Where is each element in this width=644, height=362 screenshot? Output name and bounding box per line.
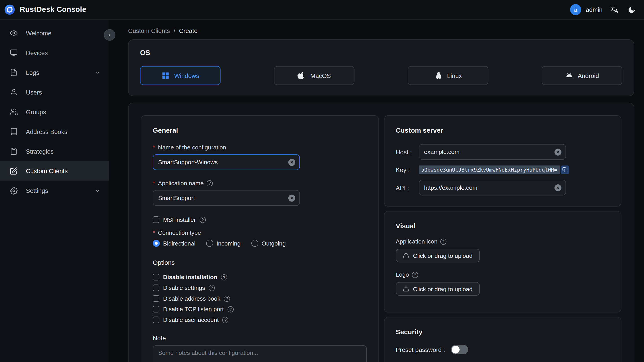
chevron-down-icon (94, 188, 100, 194)
linux-icon (434, 72, 442, 80)
brand: RustDesk Console (4, 4, 86, 15)
help-icon[interactable]: ? (209, 285, 215, 291)
preset-password-toggle[interactable] (451, 345, 468, 354)
sidebar-item-label: Custom Clients (26, 167, 68, 174)
options-title: Options (153, 259, 366, 266)
os-button-linux[interactable]: Linux (408, 66, 488, 85)
toggle-knob (452, 346, 459, 354)
required-asterisk: * (153, 144, 155, 150)
clear-icon[interactable]: ✕ (288, 158, 295, 166)
help-icon[interactable]: ? (440, 238, 446, 244)
api-input[interactable] (424, 184, 552, 191)
visual-title: Visual (396, 222, 610, 230)
help-icon[interactable]: ? (221, 274, 227, 280)
eye-icon (10, 29, 18, 37)
main-content: Custom Clients / Create OS Windows MacOS (109, 20, 644, 362)
msi-installer-checkbox[interactable] (153, 216, 159, 223)
help-icon[interactable]: ? (206, 180, 213, 186)
logo-upload-button[interactable]: Click or drag to upload (396, 282, 480, 296)
sidebar-item-users[interactable]: Users (0, 82, 109, 102)
radio-icon[interactable] (153, 240, 160, 247)
avatar[interactable]: a (570, 4, 581, 15)
sidebar-item-label: Welcome (26, 29, 51, 36)
application-name-input-wrapper: ✕ (153, 190, 300, 206)
radio-icon[interactable] (251, 240, 258, 247)
sidebar-item-logs[interactable]: Logs (0, 62, 109, 82)
sidebar-item-welcome[interactable]: Welcome (0, 23, 109, 43)
username[interactable]: admin (586, 6, 602, 13)
checkbox[interactable] (153, 306, 159, 312)
sidebar-collapse-button[interactable] (104, 29, 116, 40)
name-label: * Name of the configuration (153, 144, 366, 150)
help-icon[interactable]: ? (224, 296, 230, 302)
user-icon (10, 88, 18, 96)
help-icon[interactable]: ? (412, 272, 418, 278)
security-title: Security (396, 328, 610, 336)
preset-password-row: Preset password : (396, 345, 610, 354)
required-asterisk: * (153, 180, 155, 186)
copy-icon[interactable] (560, 166, 569, 174)
radio-bidirectional[interactable]: Bidirectional (153, 240, 196, 247)
note-label: Note (153, 335, 366, 342)
sidebar-item-label: Groups (26, 108, 46, 115)
dark-mode-moon-icon[interactable] (627, 5, 636, 14)
clear-icon[interactable]: ✕ (554, 184, 561, 191)
sidebar-item-strategies[interactable]: Strategies (0, 141, 109, 161)
help-icon[interactable]: ? (222, 317, 228, 323)
option-disable-tcp-listen-port[interactable]: Disable TCP listen port ? (153, 306, 366, 312)
logo-label: Logo ? (396, 272, 610, 278)
sidebar-item-settings[interactable]: Settings (0, 180, 109, 200)
help-icon[interactable]: ? (228, 306, 234, 312)
rustdesk-logo-icon (4, 4, 15, 15)
radio-icon[interactable] (206, 240, 213, 247)
key-row: Key : 5Qbwsde3unUcJBtrx9ZkvUmwFNoExHzpry… (396, 166, 610, 174)
option-disable-installation[interactable]: Disable installation ? (153, 274, 366, 280)
android-icon (565, 72, 573, 80)
radio-incoming[interactable]: Incoming (206, 240, 241, 247)
checkbox[interactable] (153, 284, 159, 291)
edit-icon (10, 167, 18, 175)
help-icon[interactable]: ? (200, 216, 206, 223)
checkbox[interactable] (153, 274, 159, 280)
checkbox[interactable] (153, 295, 159, 302)
os-button-label: Windows (174, 72, 199, 79)
translate-icon[interactable] (610, 4, 620, 15)
sidebar-item-label: Devices (26, 49, 48, 56)
clipboard-icon (10, 147, 18, 155)
name-input-wrapper: ✕ (153, 154, 300, 170)
chevron-down-icon (94, 69, 100, 75)
breadcrumb-current: Create (179, 27, 198, 34)
breadcrumb-parent[interactable]: Custom Clients (128, 27, 170, 34)
clear-icon[interactable]: ✕ (554, 148, 561, 156)
host-row: Host : ✕ (396, 144, 610, 160)
application-name-label: * Application name ? (153, 180, 366, 186)
radio-outgoing[interactable]: Outgoing (251, 240, 286, 247)
required-asterisk: * (153, 230, 155, 236)
application-name-input[interactable] (158, 195, 286, 201)
key-value: 5Qbwsde3unUcJBtrx9ZkvUmwFNoExHzpryHuPUdq… (419, 166, 560, 174)
option-disable-settings[interactable]: Disable settings ? (153, 284, 366, 291)
topbar-right: a admin (570, 4, 636, 15)
clear-icon[interactable]: ✕ (288, 194, 295, 202)
option-disable-address-book[interactable]: Disable address book ? (153, 295, 366, 302)
form-container: General * Name of the configuration ✕ * … (128, 102, 634, 362)
host-input[interactable] (424, 149, 552, 155)
checkbox[interactable] (153, 316, 159, 323)
topbar: RustDesk Console a admin (0, 0, 644, 20)
sidebar-item-devices[interactable]: Devices (0, 43, 109, 62)
breadcrumb: Custom Clients / Create (128, 27, 634, 34)
os-button-windows[interactable]: Windows (140, 66, 220, 85)
application-icon-upload-button[interactable]: Click or drag to upload (396, 249, 480, 262)
custom-server-title: Custom server (396, 126, 610, 134)
note-textarea[interactable] (153, 345, 366, 362)
sidebar-item-label: Strategies (26, 148, 54, 154)
sidebar-item-groups[interactable]: Groups (0, 102, 109, 122)
os-button-android[interactable]: Android (542, 66, 622, 85)
name-input[interactable] (158, 159, 286, 165)
msi-installer-checkbox-row[interactable]: MSI installer ? (153, 216, 366, 223)
os-button-macos[interactable]: MacOS (274, 66, 354, 85)
api-input-wrapper: ✕ (419, 180, 566, 196)
sidebar-item-address-books[interactable]: Address Books (0, 122, 109, 141)
option-disable-user-account[interactable]: Disable user account ? (153, 316, 366, 323)
sidebar-item-custom-clients[interactable]: Custom Clients (0, 161, 109, 181)
